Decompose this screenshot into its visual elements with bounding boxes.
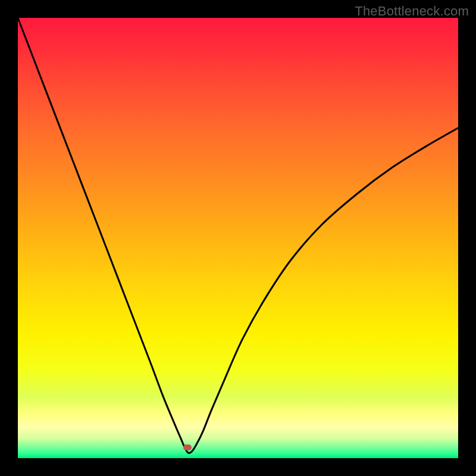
data-curve: [18, 18, 458, 458]
plot-area: [18, 18, 458, 458]
min-marker: [183, 444, 192, 450]
watermark-text: TheBottleneck.com: [355, 4, 469, 19]
chart-frame: TheBottleneck.com: [0, 0, 476, 476]
